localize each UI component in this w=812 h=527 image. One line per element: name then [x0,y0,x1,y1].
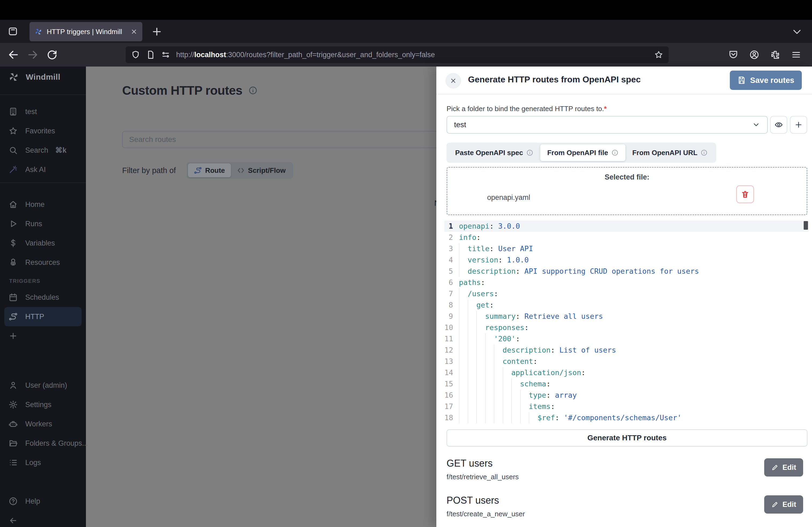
gear-icon [9,400,18,409]
edit-route-button[interactable]: Edit [764,458,803,477]
code-icon [237,166,245,175]
filter-option-scriptflow[interactable]: Script/Flow [231,163,292,177]
keyboard-shortcut: ⌘k [55,146,67,154]
line-number: 7 [445,288,459,299]
folder-select[interactable]: test [447,116,768,134]
filter-option-route[interactable]: Route [188,163,231,177]
code-line: 18 $ref: '#/components/schemas/User' [445,412,809,423]
tab-title: HTTP triggers | Windmill [47,28,130,36]
openapi-code-editor[interactable]: 1 openapi: 3.0.0 2 info: 3 title: User A… [445,221,809,424]
code-line: 19 [445,423,809,424]
drawer-header: Generate HTTP routes from OpenAPI spec S… [436,66,812,94]
sidebar-item-user-admin[interactable]: User (admin) [0,376,86,395]
remove-file-button[interactable] [736,185,754,203]
code-line: 3 title: User API [445,243,809,254]
sidebar-item-schedules[interactable]: Schedules [0,288,86,307]
route-icon [194,166,202,175]
drawer-title: Generate HTTP routes from OpenAPI spec [468,75,641,85]
user-icon [9,381,18,390]
code-line: 1 openapi: 3.0.0 [445,221,809,232]
folder-picker-label: Pick a folder to bind the generated HTTP… [447,105,607,113]
page-content: Windmill test Favorites Search ⌘k Ask AI… [0,66,812,527]
close-drawer-button[interactable] [446,73,461,89]
sidebar-item-http[interactable]: HTTP [4,307,82,326]
tab-from-openapi-url[interactable]: From OpenAPI URL [625,144,715,161]
search-icon [9,146,18,155]
tab-from-openapi-file[interactable]: From OpenAPI file [540,144,625,161]
firefox-sidebar-toggle-icon[interactable] [8,26,18,37]
sidebar-item-settings[interactable]: Settings [0,395,86,414]
code-line: 9 summary: Retrieve all users [445,311,809,322]
line-number: 10 [445,322,459,333]
line-number: 15 [445,378,459,390]
windmill-favicon [34,28,42,36]
bookmark-star-icon[interactable] [654,50,663,59]
code-line: 2 info: [445,232,809,243]
code-line: 14 application/json: [445,367,809,378]
sidebar-item-search[interactable]: Search ⌘k [0,140,86,160]
browser-toolbar: http://localhost:3000/routes?filter_path… [0,43,812,66]
sidebar-item-ask-ai[interactable]: Ask AI [0,160,86,179]
sidebar-item-home[interactable]: Home [0,195,86,214]
selected-file-name: openapi.yaml [487,194,530,202]
line-number: 17 [445,401,459,412]
info-icon[interactable] [248,86,258,95]
workspace-logo-row[interactable]: Windmill [8,71,60,82]
extensions-puzzle-icon[interactable] [770,50,780,60]
list-all-tabs-icon[interactable] [792,26,802,37]
view-folder-button[interactable] [770,116,787,134]
shield-icon[interactable] [131,50,140,59]
forward-icon[interactable] [27,49,39,61]
save-routes-button[interactable]: Save routes [730,71,802,90]
permissions-icon[interactable] [161,50,170,59]
line-number: 11 [445,333,459,345]
sidebar-item-test[interactable]: test [0,102,86,121]
tab-paste-openapi-spec[interactable]: Paste OpenAPI spec [448,144,540,161]
sidebar-item-variables[interactable]: Variables [0,234,86,253]
workspace-name: Windmill [26,73,60,81]
editor-scrollbar-thumb[interactable] [804,221,808,230]
pocket-icon[interactable] [728,50,738,60]
eye-icon [774,120,783,129]
spec-source-tabs: Paste OpenAPI spec From OpenAPI file Fro… [447,143,716,163]
sidebar-item-item[interactable] [0,511,86,527]
generate-routes-button[interactable]: Generate HTTP routes [447,429,808,447]
routes-page: Custom HTTP routes Search routes Filter … [86,66,436,527]
line-number: 6 [445,277,459,288]
filter-label: Filter by path of [122,166,176,175]
search-placeholder: Search routes [129,135,176,144]
app-sidebar: Windmill test Favorites Search ⌘k Ask AI… [0,66,86,527]
edit-route-button[interactable]: Edit [764,495,803,514]
folder-icon [9,439,18,448]
url-bar[interactable]: http://localhost:3000/routes?filter_path… [126,46,669,63]
tab-close-icon[interactable] [130,28,137,35]
line-number: 16 [445,390,459,401]
sidebar-item-logs[interactable]: Logs [0,453,86,472]
sidebar-item-folders-groups[interactable]: Folders & Groups... [0,434,86,453]
browser-tab[interactable]: HTTP triggers | Windmill [30,22,142,41]
code-line: 12 description: List of users [445,345,809,356]
list-icon [9,458,18,467]
code-line: 4 version: 1.0.0 [445,254,809,266]
sidebar-item-workers[interactable]: Workers [0,414,86,434]
reload-icon[interactable] [46,49,58,61]
page-info-icon[interactable] [146,50,155,59]
sidebar-item-help[interactable]: Help [0,492,86,511]
sidebar-item-favorites[interactable]: Favorites [0,121,86,140]
info-icon [526,149,533,156]
line-number: 12 [445,345,459,356]
menu-hamburger-icon[interactable] [791,50,801,60]
code-line: 8 get: [445,299,809,311]
account-icon[interactable] [749,50,759,60]
folder-select-value: test [454,120,466,129]
new-tab-icon[interactable] [151,26,163,37]
sidebar-item-runs[interactable]: Runs [0,214,86,234]
sidebar-divider [0,94,86,95]
add-folder-button[interactable] [790,116,807,134]
calendar-icon [9,293,18,302]
sidebar-divider [0,182,86,183]
sidebar-item-item[interactable] [0,326,86,346]
route-path: f/test/create_a_new_user [447,510,808,518]
sidebar-item-resources[interactable]: Resources [0,253,86,272]
back-icon[interactable] [8,49,19,61]
